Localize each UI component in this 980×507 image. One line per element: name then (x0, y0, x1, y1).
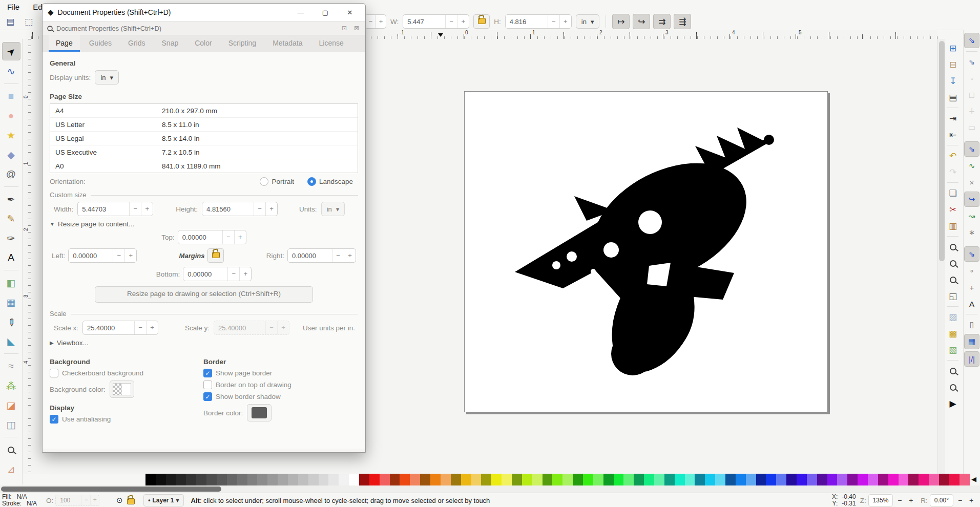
snap-page-border[interactable]: ▯ (965, 318, 979, 332)
palette-swatch[interactable] (359, 474, 369, 485)
zoom-drawing-button[interactable] (946, 257, 960, 270)
scale-y-spinner[interactable]: 25.40000−+ (214, 321, 289, 335)
snap-path-intersections[interactable]: × (965, 175, 979, 189)
margin-left-spinner-increment[interactable]: + (124, 249, 136, 262)
palette-swatch[interactable] (715, 474, 725, 485)
vertical-scrollbar-thumb[interactable] (939, 41, 945, 261)
palette-swatch[interactable] (919, 474, 929, 485)
palette-swatch[interactable] (746, 474, 756, 485)
pen-tool[interactable]: ✒ (3, 191, 20, 208)
palette-swatch[interactable] (562, 474, 573, 485)
palette-swatch[interactable] (267, 474, 278, 485)
palette-swatch[interactable] (868, 474, 878, 485)
margin-bottom-spinner-decrement[interactable]: − (227, 267, 239, 281)
selection-width-spinner-decrement[interactable]: − (445, 15, 457, 28)
palette-swatch[interactable] (817, 474, 827, 485)
rotation-decrement[interactable]: − (955, 496, 965, 504)
document-icon[interactable]: ▤ (4, 15, 16, 28)
edit-objects-button[interactable] (946, 364, 960, 377)
palette-swatch[interactable] (308, 474, 319, 485)
margin-right-spinner-decrement[interactable]: − (332, 249, 344, 262)
selection-height-spinner-increment[interactable]: + (559, 15, 571, 28)
zoom-decrement[interactable]: − (895, 496, 904, 504)
margin-top-spinner[interactable]: 0.00000−+ (178, 230, 246, 244)
height-spinner-decrement[interactable]: − (254, 202, 265, 216)
pencil-tool[interactable]: ✎ (3, 210, 20, 227)
palette-swatch[interactable] (623, 474, 634, 485)
palette-swatch[interactable] (298, 474, 308, 485)
opacity-spinner-increment[interactable]: + (90, 495, 99, 505)
snap-paths[interactable]: ∿ (965, 159, 979, 173)
copy-button[interactable]: ❏ (946, 186, 960, 200)
snap-bbox-centers[interactable]: ▭ (965, 120, 979, 135)
selector-tool[interactable]: ➤ (2, 42, 20, 60)
checkbox-icon[interactable]: ✓ (50, 415, 58, 424)
checkbox-icon[interactable] (203, 381, 212, 389)
commands-overflow-button[interactable]: ▶ (946, 397, 960, 410)
palette-swatch[interactable] (614, 474, 624, 485)
palette-swatch[interactable] (756, 474, 766, 485)
scale-x-spinner-decrement[interactable]: − (134, 321, 146, 334)
float-panel-icon[interactable]: ⊡ (340, 25, 349, 32)
palette-swatch[interactable] (288, 474, 298, 485)
palette-swatch[interactable] (593, 474, 603, 485)
palette-swatch[interactable] (583, 474, 593, 485)
palette-swatch[interactable] (634, 474, 644, 485)
spiral-tool[interactable]: @ (3, 165, 20, 183)
tab-page[interactable]: Page (49, 35, 80, 52)
palette-swatch[interactable] (176, 474, 186, 485)
palette-swatch[interactable] (664, 474, 675, 485)
snap-line-midpoints[interactable]: ∗ (965, 225, 979, 240)
zoom-field[interactable]: 135% (868, 494, 893, 506)
horizontal-scrollbar-thumb[interactable] (1, 487, 221, 492)
palette-swatch[interactable] (145, 474, 156, 485)
snap-smooth-nodes[interactable]: ↝ (965, 209, 979, 223)
snap-text-baselines[interactable]: A (965, 297, 979, 311)
palette-swatch[interactable] (206, 474, 217, 485)
palette-swatch[interactable] (603, 474, 614, 485)
scale-corners-toggle[interactable]: ↪ (633, 14, 650, 29)
find-button[interactable] (946, 381, 960, 394)
display-units-dropdown[interactable]: in▾ (95, 70, 119, 84)
palette-swatch[interactable] (451, 474, 461, 485)
fit-page-button[interactable]: ◱ (946, 289, 960, 303)
palette-swatch[interactable] (196, 474, 206, 485)
snap-bounding-boxes[interactable]: ⇘ (965, 55, 979, 69)
palette-swatch[interactable] (532, 474, 543, 485)
margin-left-spinner[interactable]: 0.00000−+ (68, 248, 137, 263)
page[interactable] (464, 91, 828, 412)
resize-page-button[interactable]: Resize page to drawing or selection (Ctr… (95, 286, 313, 303)
palette-swatch[interactable] (827, 474, 838, 485)
zoom-increment[interactable]: + (906, 496, 915, 504)
palette-swatch[interactable] (512, 474, 522, 485)
palette-swatch[interactable] (908, 474, 919, 485)
new-layer-button[interactable]: ▧ (946, 343, 960, 356)
margin-bottom-spinner[interactable]: 0.00000−+ (183, 267, 252, 281)
margins-lock-button[interactable] (207, 248, 224, 263)
palette-swatch[interactable] (725, 474, 736, 485)
gradient-tool[interactable]: ◧ (3, 274, 20, 291)
background-color-button[interactable] (110, 381, 134, 398)
paint-bucket-tool[interactable]: ◣ (3, 332, 20, 350)
y-increment[interactable]: + (376, 15, 386, 28)
measure-tool[interactable]: ⊿ (3, 460, 20, 478)
snap-guides[interactable]: |/| (964, 351, 979, 367)
selection-width-spinner[interactable]: 5.447−+ (403, 14, 469, 29)
palette-swatch[interactable] (257, 474, 267, 485)
current-layer-dropdown[interactable]: • Layer 1 ▾ (143, 494, 183, 506)
page-size-row[interactable]: A0841.0 x 1189.0 mm (50, 159, 358, 173)
palette-swatch[interactable] (929, 474, 939, 485)
close-panel-icon[interactable]: ⊠ (352, 25, 361, 32)
selection-height-spinner[interactable]: 4.816−+ (505, 14, 572, 29)
y-decrement[interactable]: − (365, 15, 376, 28)
viewbox-expander[interactable]: ▶ Viewbox... (50, 339, 358, 347)
lock-layer-button[interactable]: ▩ (946, 327, 960, 340)
tab-snap[interactable]: Snap (155, 35, 186, 52)
snap-rotation-centers[interactable]: + (965, 280, 979, 294)
enable-snapping-toggle[interactable]: ⇘ (964, 33, 979, 48)
vertical-scrollbar[interactable] (937, 39, 946, 474)
scale-gradients-toggle[interactable]: ⇉ (653, 14, 671, 29)
import-button[interactable]: ⇥ (946, 112, 960, 125)
star-tool[interactable]: ★ (3, 126, 20, 144)
palette-swatch[interactable] (400, 474, 410, 485)
